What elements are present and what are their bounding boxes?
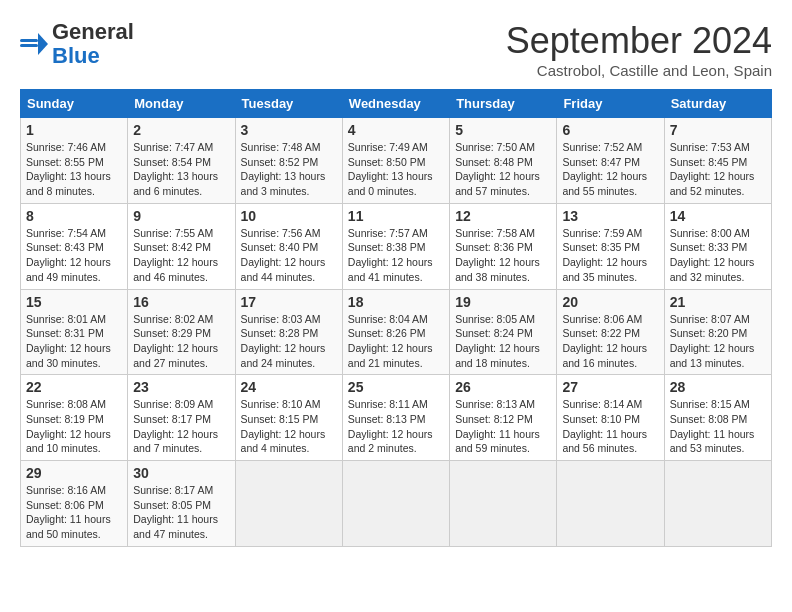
day-info: Sunrise: 7:54 AM Sunset: 8:43 PM Dayligh… <box>26 226 122 285</box>
calendar-table: Sunday Monday Tuesday Wednesday Thursday… <box>20 89 772 547</box>
day-info: Sunrise: 8:16 AM Sunset: 8:06 PM Dayligh… <box>26 483 122 542</box>
logo-icon <box>20 33 48 55</box>
day-info: Sunrise: 8:10 AM Sunset: 8:15 PM Dayligh… <box>241 397 337 456</box>
calendar-cell: 6 Sunrise: 7:52 AM Sunset: 8:47 PM Dayli… <box>557 118 664 204</box>
day-number: 27 <box>562 379 658 395</box>
day-number: 10 <box>241 208 337 224</box>
calendar-cell: 24 Sunrise: 8:10 AM Sunset: 8:15 PM Dayl… <box>235 375 342 461</box>
day-info: Sunrise: 7:48 AM Sunset: 8:52 PM Dayligh… <box>241 140 337 199</box>
calendar-cell <box>664 461 771 547</box>
day-info: Sunrise: 7:56 AM Sunset: 8:40 PM Dayligh… <box>241 226 337 285</box>
day-info: Sunrise: 7:47 AM Sunset: 8:54 PM Dayligh… <box>133 140 229 199</box>
calendar-cell: 22 Sunrise: 8:08 AM Sunset: 8:19 PM Dayl… <box>21 375 128 461</box>
day-info: Sunrise: 8:11 AM Sunset: 8:13 PM Dayligh… <box>348 397 444 456</box>
calendar-cell: 23 Sunrise: 8:09 AM Sunset: 8:17 PM Dayl… <box>128 375 235 461</box>
header-row: Sunday Monday Tuesday Wednesday Thursday… <box>21 90 772 118</box>
calendar-cell: 14 Sunrise: 8:00 AM Sunset: 8:33 PM Dayl… <box>664 203 771 289</box>
calendar-cell <box>557 461 664 547</box>
header-tuesday: Tuesday <box>235 90 342 118</box>
calendar-row: 22 Sunrise: 8:08 AM Sunset: 8:19 PM Dayl… <box>21 375 772 461</box>
header-monday: Monday <box>128 90 235 118</box>
calendar-cell: 26 Sunrise: 8:13 AM Sunset: 8:12 PM Dayl… <box>450 375 557 461</box>
day-info: Sunrise: 8:13 AM Sunset: 8:12 PM Dayligh… <box>455 397 551 456</box>
title-area: September 2024 Castrobol, Castille and L… <box>506 20 772 79</box>
calendar-cell: 11 Sunrise: 7:57 AM Sunset: 8:38 PM Dayl… <box>342 203 449 289</box>
calendar-cell: 20 Sunrise: 8:06 AM Sunset: 8:22 PM Dayl… <box>557 289 664 375</box>
calendar-cell: 1 Sunrise: 7:46 AM Sunset: 8:55 PM Dayli… <box>21 118 128 204</box>
svg-marker-2 <box>38 33 48 55</box>
calendar-row: 8 Sunrise: 7:54 AM Sunset: 8:43 PM Dayli… <box>21 203 772 289</box>
day-info: Sunrise: 7:46 AM Sunset: 8:55 PM Dayligh… <box>26 140 122 199</box>
day-number: 30 <box>133 465 229 481</box>
calendar-cell: 29 Sunrise: 8:16 AM Sunset: 8:06 PM Dayl… <box>21 461 128 547</box>
day-number: 8 <box>26 208 122 224</box>
day-number: 29 <box>26 465 122 481</box>
calendar-cell: 18 Sunrise: 8:04 AM Sunset: 8:26 PM Dayl… <box>342 289 449 375</box>
logo: General Blue <box>20 20 134 68</box>
calendar-row: 1 Sunrise: 7:46 AM Sunset: 8:55 PM Dayli… <box>21 118 772 204</box>
calendar-cell: 15 Sunrise: 8:01 AM Sunset: 8:31 PM Dayl… <box>21 289 128 375</box>
day-number: 7 <box>670 122 766 138</box>
page-header: General Blue September 2024 Castrobol, C… <box>20 20 772 79</box>
day-info: Sunrise: 8:06 AM Sunset: 8:22 PM Dayligh… <box>562 312 658 371</box>
calendar-cell <box>450 461 557 547</box>
calendar-cell: 10 Sunrise: 7:56 AM Sunset: 8:40 PM Dayl… <box>235 203 342 289</box>
header-saturday: Saturday <box>664 90 771 118</box>
day-info: Sunrise: 7:59 AM Sunset: 8:35 PM Dayligh… <box>562 226 658 285</box>
day-number: 20 <box>562 294 658 310</box>
day-number: 22 <box>26 379 122 395</box>
calendar-cell: 4 Sunrise: 7:49 AM Sunset: 8:50 PM Dayli… <box>342 118 449 204</box>
day-number: 14 <box>670 208 766 224</box>
day-info: Sunrise: 8:08 AM Sunset: 8:19 PM Dayligh… <box>26 397 122 456</box>
calendar-cell <box>235 461 342 547</box>
day-info: Sunrise: 8:02 AM Sunset: 8:29 PM Dayligh… <box>133 312 229 371</box>
day-number: 15 <box>26 294 122 310</box>
calendar-cell: 17 Sunrise: 8:03 AM Sunset: 8:28 PM Dayl… <box>235 289 342 375</box>
calendar-row: 29 Sunrise: 8:16 AM Sunset: 8:06 PM Dayl… <box>21 461 772 547</box>
day-info: Sunrise: 8:15 AM Sunset: 8:08 PM Dayligh… <box>670 397 766 456</box>
month-title: September 2024 <box>506 20 772 62</box>
calendar-cell <box>342 461 449 547</box>
day-number: 24 <box>241 379 337 395</box>
day-number: 26 <box>455 379 551 395</box>
day-info: Sunrise: 7:53 AM Sunset: 8:45 PM Dayligh… <box>670 140 766 199</box>
logo-text: General Blue <box>52 20 134 68</box>
day-number: 19 <box>455 294 551 310</box>
header-friday: Friday <box>557 90 664 118</box>
svg-rect-1 <box>20 44 38 47</box>
calendar-cell: 30 Sunrise: 8:17 AM Sunset: 8:05 PM Dayl… <box>128 461 235 547</box>
day-info: Sunrise: 8:04 AM Sunset: 8:26 PM Dayligh… <box>348 312 444 371</box>
location: Castrobol, Castille and Leon, Spain <box>506 62 772 79</box>
day-info: Sunrise: 8:09 AM Sunset: 8:17 PM Dayligh… <box>133 397 229 456</box>
day-info: Sunrise: 7:57 AM Sunset: 8:38 PM Dayligh… <box>348 226 444 285</box>
header-sunday: Sunday <box>21 90 128 118</box>
day-info: Sunrise: 8:14 AM Sunset: 8:10 PM Dayligh… <box>562 397 658 456</box>
calendar-row: 15 Sunrise: 8:01 AM Sunset: 8:31 PM Dayl… <box>21 289 772 375</box>
day-number: 4 <box>348 122 444 138</box>
day-number: 12 <box>455 208 551 224</box>
calendar-cell: 8 Sunrise: 7:54 AM Sunset: 8:43 PM Dayli… <box>21 203 128 289</box>
header-wednesday: Wednesday <box>342 90 449 118</box>
calendar-cell: 2 Sunrise: 7:47 AM Sunset: 8:54 PM Dayli… <box>128 118 235 204</box>
calendar-cell: 16 Sunrise: 8:02 AM Sunset: 8:29 PM Dayl… <box>128 289 235 375</box>
day-number: 18 <box>348 294 444 310</box>
calendar-cell: 19 Sunrise: 8:05 AM Sunset: 8:24 PM Dayl… <box>450 289 557 375</box>
day-info: Sunrise: 7:55 AM Sunset: 8:42 PM Dayligh… <box>133 226 229 285</box>
calendar-cell: 28 Sunrise: 8:15 AM Sunset: 8:08 PM Dayl… <box>664 375 771 461</box>
day-number: 5 <box>455 122 551 138</box>
calendar-cell: 25 Sunrise: 8:11 AM Sunset: 8:13 PM Dayl… <box>342 375 449 461</box>
day-info: Sunrise: 7:58 AM Sunset: 8:36 PM Dayligh… <box>455 226 551 285</box>
calendar-cell: 7 Sunrise: 7:53 AM Sunset: 8:45 PM Dayli… <box>664 118 771 204</box>
day-number: 2 <box>133 122 229 138</box>
day-number: 17 <box>241 294 337 310</box>
day-number: 16 <box>133 294 229 310</box>
calendar-cell: 12 Sunrise: 7:58 AM Sunset: 8:36 PM Dayl… <box>450 203 557 289</box>
calendar-cell: 27 Sunrise: 8:14 AM Sunset: 8:10 PM Dayl… <box>557 375 664 461</box>
day-number: 25 <box>348 379 444 395</box>
day-number: 3 <box>241 122 337 138</box>
day-info: Sunrise: 8:07 AM Sunset: 8:20 PM Dayligh… <box>670 312 766 371</box>
day-number: 28 <box>670 379 766 395</box>
day-info: Sunrise: 8:03 AM Sunset: 8:28 PM Dayligh… <box>241 312 337 371</box>
day-number: 1 <box>26 122 122 138</box>
svg-rect-0 <box>20 39 38 42</box>
